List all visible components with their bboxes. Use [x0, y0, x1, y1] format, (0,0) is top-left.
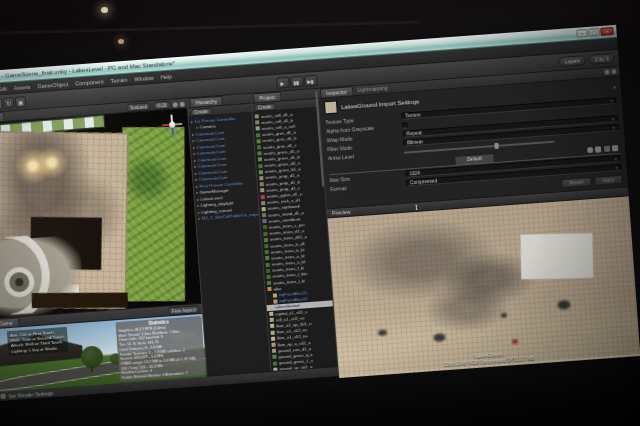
- preview-white-patch: [521, 232, 594, 278]
- asset-thumbnail: [270, 318, 274, 322]
- gizmo-down-axis: [171, 127, 174, 135]
- asset-thumbnail: [259, 170, 263, 174]
- platform-android-icon[interactable]: [612, 145, 618, 151]
- expand-arrow-icon[interactable]: ▸: [192, 138, 194, 143]
- expand-arrow-icon[interactable]: ▸: [196, 125, 198, 130]
- console-message-icon: [0, 394, 5, 399]
- status-message: Set Render Settings: [8, 390, 53, 399]
- layout-dropdown[interactable]: 2 by 3: [589, 53, 615, 65]
- foldout-arrow-icon[interactable]: ▾: [613, 84, 616, 90]
- scale-tool-icon[interactable]: ▣: [15, 96, 27, 108]
- expand-arrow-icon[interactable]: ▸: [194, 164, 196, 169]
- asset-thumbnail: [271, 330, 275, 334]
- chevron-down-icon: ▾: [610, 98, 612, 103]
- scene-audio-icon[interactable]: [179, 101, 184, 106]
- ceiling-light: [101, 7, 108, 13]
- expand-arrow-icon[interactable]: ▸: [196, 190, 198, 195]
- controls-help-overlay: Aim: Ctrl or First TouchWalk: Shift or S…: [7, 327, 68, 356]
- maximize-button[interactable]: ▢: [588, 28, 600, 37]
- chevron-down-icon: ▾: [615, 165, 617, 170]
- ceiling-light: [118, 39, 124, 44]
- apply-button[interactable]: Apply: [594, 175, 623, 186]
- asset-thumbnail: [255, 114, 259, 118]
- expand-arrow-icon[interactable]: ▸: [197, 197, 199, 202]
- asset-thumbnail: [269, 306, 273, 310]
- room-photo: Unity - GameScene_final.unity - LakesLev…: [0, 0, 640, 426]
- lock-icon[interactable]: [604, 69, 609, 74]
- ceiling-beam: [0, 21, 420, 35]
- project-create-button[interactable]: Create: [254, 102, 276, 111]
- expand-arrow-icon[interactable]: ▸: [193, 151, 195, 156]
- expand-arrow-icon[interactable]: ▸: [194, 158, 196, 163]
- scene-axis-gizmo[interactable]: [161, 114, 182, 135]
- panel-menu-icon[interactable]: [611, 69, 616, 74]
- rotate-tool-icon[interactable]: ↻: [3, 97, 15, 109]
- expand-arrow-icon[interactable]: ▸: [191, 119, 193, 124]
- texture-thumbnail: [324, 100, 338, 114]
- import-settings-title: LakesGround Import Settings: [341, 98, 419, 110]
- expand-arrow-icon[interactable]: ▸: [192, 132, 194, 137]
- expand-arrow-icon[interactable]: ▸: [195, 177, 197, 182]
- scene-viewport[interactable]: [0, 108, 201, 318]
- scene-grass-field: [122, 127, 185, 301]
- scene-lighting-icon[interactable]: [173, 102, 178, 107]
- close-button[interactable]: ×: [600, 27, 614, 36]
- layers-dropdown[interactable]: Layers: [559, 55, 587, 67]
- menu-item[interactable]: Terrain: [107, 73, 132, 87]
- asset-thumbnail: [257, 145, 261, 149]
- preview-dark-spot: [378, 329, 387, 336]
- asset-thumbnail: [271, 343, 275, 347]
- asset-thumbnail: [272, 349, 276, 353]
- asset-thumbnail: [262, 219, 266, 223]
- chevron-down-icon: ▾: [615, 156, 617, 161]
- preview-dark-spot: [558, 300, 572, 310]
- asset-thumbnail: [273, 367, 277, 371]
- menu-item[interactable]: Help: [157, 70, 176, 83]
- platform-standalone-icon[interactable]: [595, 146, 601, 152]
- scene-channels-dropdown[interactable]: RGB: [153, 101, 171, 110]
- tab-lightmapping[interactable]: Lightmapping: [352, 83, 393, 95]
- step-button[interactable]: ▶▮: [303, 74, 317, 86]
- asset-thumbnail: [262, 213, 266, 217]
- gizmo-z-axis: [174, 123, 182, 126]
- expand-arrow-icon[interactable]: ▸: [193, 145, 195, 150]
- scene-view-panel: Scene Textured RGB: [0, 98, 202, 318]
- expand-arrow-icon[interactable]: ▸: [197, 203, 199, 208]
- asset-thumbnail: [269, 312, 273, 316]
- asset-thumbnail: [272, 355, 276, 359]
- game-view-panel: Game Free Aspect: [0, 303, 208, 391]
- platform-tab-default[interactable]: Default: [455, 153, 495, 165]
- asset-thumbnail: [261, 201, 265, 205]
- expand-arrow-icon[interactable]: ▸: [197, 210, 199, 215]
- platform-iphone-icon[interactable]: [603, 146, 609, 152]
- menu-item[interactable]: Assets: [10, 80, 34, 94]
- asset-thumbnail: [266, 275, 270, 279]
- pause-button[interactable]: ▮▮: [289, 75, 303, 87]
- hierarchy-create-button[interactable]: Create: [190, 107, 212, 116]
- gizmo-center: [169, 121, 175, 127]
- asset-thumbnail: [256, 139, 260, 143]
- platform-web-icon[interactable]: [586, 147, 592, 153]
- tab-project[interactable]: Project: [253, 92, 281, 103]
- preview-dark-spot: [501, 312, 507, 317]
- minimize-button[interactable]: –: [576, 29, 588, 38]
- expand-arrow-icon[interactable]: ▸: [198, 216, 200, 221]
- tab-inspector[interactable]: Inspector: [320, 86, 353, 97]
- play-button[interactable]: ▶: [275, 76, 289, 88]
- asset-thumbnail: [258, 164, 262, 168]
- tab-hierarchy[interactable]: Hierarchy: [189, 96, 223, 107]
- alpha-grayscale-checkbox[interactable]: [402, 122, 408, 128]
- expand-arrow-icon[interactable]: ▸: [195, 171, 197, 176]
- asset-thumbnail: [273, 293, 277, 297]
- preview-dark-spot: [433, 333, 446, 342]
- asset-thumbnail: [273, 361, 277, 365]
- asset-thumbnail: [264, 238, 268, 242]
- projection-screen: Unity - GameScene_final.unity - LakesLev…: [0, 25, 640, 401]
- scene-dark-strip: [32, 293, 128, 308]
- asset-thumbnail: [261, 207, 265, 211]
- asset-thumbnail: [260, 182, 264, 186]
- ibeam-cursor: I: [415, 202, 419, 211]
- expand-arrow-icon[interactable]: ▸: [196, 184, 198, 189]
- asset-thumbnail: [264, 244, 268, 248]
- revert-button[interactable]: Revert: [561, 177, 592, 188]
